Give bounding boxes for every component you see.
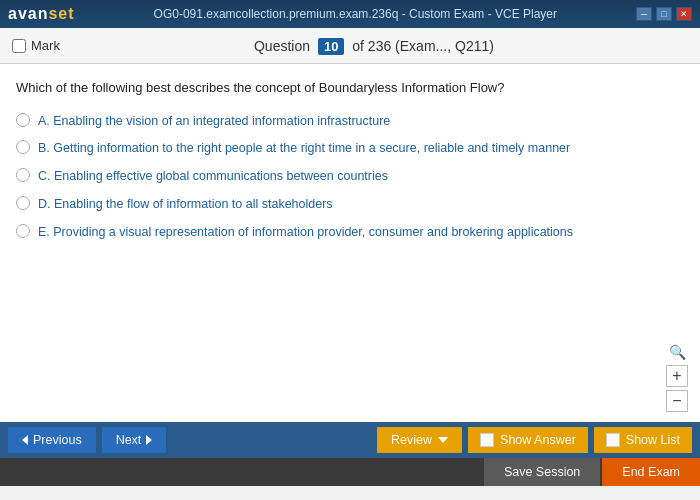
- status-bar: Save Session End Exam: [0, 458, 700, 486]
- zoom-out-button[interactable]: −: [666, 390, 688, 412]
- previous-button[interactable]: Previous: [8, 427, 96, 453]
- search-zoom-icon[interactable]: 🔍: [667, 342, 687, 362]
- option-text-2: C. Enabling effective global communicati…: [38, 167, 388, 186]
- radio-button-4[interactable]: [16, 224, 30, 238]
- answer-option-d[interactable]: D. Enabling the flow of information to a…: [16, 195, 684, 214]
- show-answer-icon: [480, 433, 494, 447]
- question-header: Mark Question 10 of 236 (Exam..., Q211): [0, 28, 700, 64]
- radio-button-2[interactable]: [16, 168, 30, 182]
- radio-button-0[interactable]: [16, 113, 30, 127]
- show-list-label: Show List: [626, 433, 680, 447]
- end-exam-button[interactable]: End Exam: [602, 458, 700, 486]
- window-controls: ─ □ ✕: [636, 7, 692, 21]
- close-button[interactable]: ✕: [676, 7, 692, 21]
- answer-option-a[interactable]: A. Enabling the vision of an integrated …: [16, 112, 684, 131]
- show-answer-label: Show Answer: [500, 433, 576, 447]
- option-text-4: E. Providing a visual representation of …: [38, 223, 573, 242]
- next-label: Next: [116, 433, 142, 447]
- minimize-button[interactable]: ─: [636, 7, 652, 21]
- question-number-badge: 10: [318, 38, 344, 55]
- option-text-1: B. Getting information to the right peop…: [38, 139, 570, 158]
- zoom-controls: 🔍 + −: [666, 342, 688, 412]
- next-arrow-icon: [146, 435, 152, 445]
- title-bar: avanset OG0-091.examcollection.premium.e…: [0, 0, 700, 28]
- question-prefix: Question: [254, 38, 310, 54]
- main-content: Which of the following best describes th…: [0, 64, 700, 422]
- review-label: Review: [391, 433, 432, 447]
- question-text: Which of the following best describes th…: [16, 78, 684, 98]
- logo-prefix: avan: [8, 5, 48, 22]
- mark-label: Mark: [31, 38, 60, 53]
- save-session-button[interactable]: Save Session: [484, 458, 600, 486]
- previous-label: Previous: [33, 433, 82, 447]
- show-list-button[interactable]: Show List: [594, 427, 692, 453]
- previous-arrow-icon: [22, 435, 28, 445]
- show-list-icon: [606, 433, 620, 447]
- mark-checkbox[interactable]: [12, 39, 26, 53]
- window-title: OG0-091.examcollection.premium.exam.236q…: [154, 7, 557, 21]
- answer-option-e[interactable]: E. Providing a visual representation of …: [16, 223, 684, 242]
- question-suffix: of 236 (Exam..., Q211): [352, 38, 494, 54]
- option-text-3: D. Enabling the flow of information to a…: [38, 195, 333, 214]
- option-text-0: A. Enabling the vision of an integrated …: [38, 112, 390, 131]
- question-info: Question 10 of 236 (Exam..., Q211): [60, 38, 688, 54]
- review-button[interactable]: Review: [377, 427, 462, 453]
- show-answer-button[interactable]: Show Answer: [468, 427, 588, 453]
- next-button[interactable]: Next: [102, 427, 167, 453]
- radio-button-1[interactable]: [16, 140, 30, 154]
- logo-suffix: set: [48, 5, 74, 22]
- options-container: A. Enabling the vision of an integrated …: [16, 112, 684, 242]
- app-logo: avanset: [8, 5, 75, 23]
- bottom-toolbar: Previous Next Review Show Answer Show Li…: [0, 422, 700, 458]
- maximize-button[interactable]: □: [656, 7, 672, 21]
- zoom-in-button[interactable]: +: [666, 365, 688, 387]
- review-arrow-icon: [438, 437, 448, 443]
- radio-button-3[interactable]: [16, 196, 30, 210]
- mark-section: Mark: [12, 38, 60, 53]
- answer-option-c[interactable]: C. Enabling effective global communicati…: [16, 167, 684, 186]
- answer-option-b[interactable]: B. Getting information to the right peop…: [16, 139, 684, 158]
